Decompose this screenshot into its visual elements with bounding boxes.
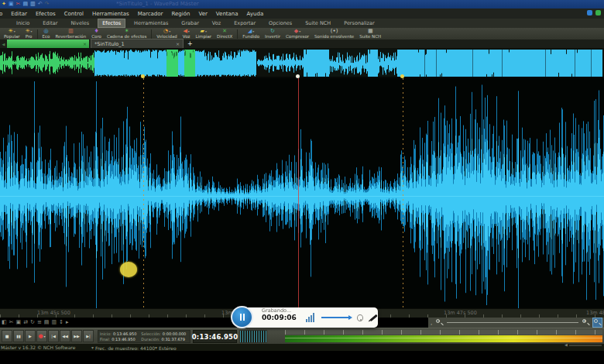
menu-archivo[interactable]: Archivo: [0, 11, 2, 17]
stop-button[interactable]: ■: [2, 330, 12, 342]
tab-exportar[interactable]: Exportar: [230, 19, 259, 27]
menu-control[interactable]: Control: [64, 11, 84, 17]
icon-row: ◆▾: [294, 29, 300, 34]
bookmark-line: [403, 78, 403, 307]
icon-row: ◎: [43, 29, 48, 34]
zoom-slider[interactable]: [447, 322, 578, 323]
tab-herramientas[interactable]: Herramientas: [130, 19, 172, 27]
toolbar-button-cadena-de-efectos[interactable]: ✶ Cadena de efectos: [105, 29, 149, 39]
letterbox: [0, 351, 604, 364]
scroll-left-icon[interactable]: ◀: [565, 343, 568, 347]
tab-grabar[interactable]: Grabar: [177, 19, 202, 27]
skip-end-button[interactable]: ▶|: [83, 330, 94, 342]
minus-sign: −: [437, 318, 440, 324]
pause-recording-button[interactable]: [231, 306, 253, 328]
menu-ventana[interactable]: Ventana: [216, 11, 239, 17]
tab-niveles[interactable]: Niveles: [67, 19, 93, 27]
toolbar-button-sonido-envolvente[interactable]: (•) Sonido envolvente: [312, 29, 356, 39]
main-waveform-canvas[interactable]: [0, 78, 604, 308]
zoom-out-button[interactable]: −: [435, 318, 444, 327]
monitor-icon[interactable]: [357, 314, 363, 321]
button-label: Velocidad: [156, 34, 177, 39]
menu-efectos[interactable]: Efectos: [36, 11, 56, 17]
blue-app-icon[interactable]: [587, 10, 592, 15]
play-button[interactable]: ▶: [25, 330, 36, 342]
swap-tool-icon[interactable]: ⇄: [23, 318, 28, 326]
horizontal-scrollbar[interactable]: ◀: [569, 345, 602, 346]
current-time-display: 0:13:46.950: [193, 330, 237, 343]
final-value: 0:13:46.950: [112, 337, 135, 342]
toolbar-button-invertir[interactable]: ↻ Invertir: [263, 29, 283, 39]
channels-selector[interactable]: ▾Estéreo: [155, 345, 159, 350]
toolbar-button-suite-nch[interactable]: ▦ Suite NCH: [357, 29, 383, 39]
undo-icon[interactable]: ↶: [38, 2, 43, 7]
toolbar-button-velocidad[interactable]: ◔▾ Velocidad: [154, 29, 180, 39]
playhead-marker-icon[interactable]: [296, 74, 300, 78]
zoom-fit-button[interactable]: [593, 318, 602, 327]
close-icon[interactable]: ×: [83, 41, 87, 46]
menu-editar[interactable]: Editar: [11, 11, 27, 17]
toolbar-button-fundido[interactable]: ◢▾ Fundido: [240, 29, 262, 39]
close-icon[interactable]: ×: [176, 41, 180, 46]
new-file-icon[interactable]: ✦: [2, 2, 6, 7]
list-tool-icon[interactable]: ≡: [37, 318, 42, 326]
redo-icon[interactable]: ↷: [45, 2, 50, 7]
level-bars-icon: [306, 313, 314, 322]
menu-ayuda[interactable]: Ayuda: [247, 11, 264, 17]
menu-marcador[interactable]: Marcador: [138, 11, 163, 17]
rows-tool-icon[interactable]: ▥: [51, 318, 57, 326]
tab-editar[interactable]: Editar: [39, 19, 61, 27]
scissors-icon[interactable]: ✂: [9, 318, 14, 326]
document-tab-sintitulo[interactable]: *SinTitulo_1 ×: [91, 39, 183, 48]
more-tools-icon[interactable]: ▸: [66, 318, 69, 326]
overview-waveform-canvas[interactable]: [0, 48, 604, 78]
duracion-label: Duración:: [141, 337, 160, 342]
rewind-button[interactable]: ◀◀: [60, 330, 70, 342]
green-app-icon[interactable]: [595, 10, 601, 15]
icon-row: ◢▾: [248, 29, 254, 34]
effect-chain-icon: ✶: [125, 29, 129, 34]
compressor-icon: ◆: [294, 29, 298, 34]
skip-start-button[interactable]: |◀: [48, 330, 59, 342]
tab-personalizar[interactable]: Personalizar: [340, 19, 379, 27]
vertical-zoom-icon[interactable]: ↕: [59, 318, 63, 326]
record-volume-slider[interactable]: [321, 317, 349, 318]
copy-icon[interactable]: ▤: [22, 2, 28, 7]
select-tool-icon[interactable]: ◧: [2, 318, 7, 326]
menu-herramientas[interactable]: Herramientas: [92, 11, 129, 17]
toolbar-button-compresor[interactable]: ◆▾ Compresor: [283, 29, 311, 39]
tab-scroll-left-icon[interactable]: ◀: [0, 42, 7, 46]
toolbar-button-coro[interactable]: ♦ Coro: [89, 29, 104, 39]
toolbar-button-voz[interactable]: ◀▾ Voz: [180, 29, 193, 39]
grid-tool-icon[interactable]: ▤: [44, 318, 50, 326]
toolbar-button-popular[interactable]: ✳▾ Popular: [2, 29, 22, 39]
sample-rate-selector[interactable]: ▾Frec. de muestreo: 44100: [91, 345, 95, 350]
tab-efectos[interactable]: Efectos: [98, 19, 125, 27]
tab-opciones[interactable]: Opciones: [265, 19, 296, 27]
toolbar-button-limpiar[interactable]: ▰▾ Limpiar: [193, 29, 214, 39]
bookmark-marker-icon[interactable]: [400, 74, 404, 78]
copy-tool-icon[interactable]: ▣: [16, 318, 22, 326]
replay-tool-icon[interactable]: ↻: [30, 318, 35, 326]
recording-time: 00:09:06: [262, 314, 297, 321]
new-tab-button[interactable]: +: [187, 41, 193, 47]
pause-button[interactable]: ▮▮: [13, 330, 24, 342]
menu-ver[interactable]: Ver: [198, 11, 207, 17]
tab-inicio[interactable]: Inicio: [12, 19, 33, 27]
paste-icon[interactable]: ▥: [30, 2, 36, 7]
document-tab-green[interactable]: ×: [7, 39, 89, 48]
record-button[interactable]: ●▾: [36, 330, 47, 342]
toolbar-button-reverberacion[interactable]: ▥ Reverberación: [53, 29, 88, 39]
menu-region[interactable]: Región: [171, 11, 190, 17]
toolbar-button-eco[interactable]: ◎ Eco: [40, 29, 53, 39]
toolbar-button-pro[interactable]: ✳▾ Pro: [23, 29, 35, 39]
bookmark-marker-icon[interactable]: [141, 74, 145, 78]
save-icon[interactable]: ▣: [9, 2, 14, 7]
toolbar-button-directx[interactable]: ✕ DirectX: [214, 29, 235, 39]
tab-voz[interactable]: Voz: [208, 19, 225, 27]
tab-suite-nch[interactable]: Suite NCH: [301, 19, 335, 27]
cut-icon[interactable]: ✂: [16, 2, 21, 7]
zoom-in-button[interactable]: +: [582, 318, 590, 327]
fast-forward-button[interactable]: ▶▶: [71, 330, 82, 342]
pencil-icon[interactable]: [369, 314, 377, 321]
